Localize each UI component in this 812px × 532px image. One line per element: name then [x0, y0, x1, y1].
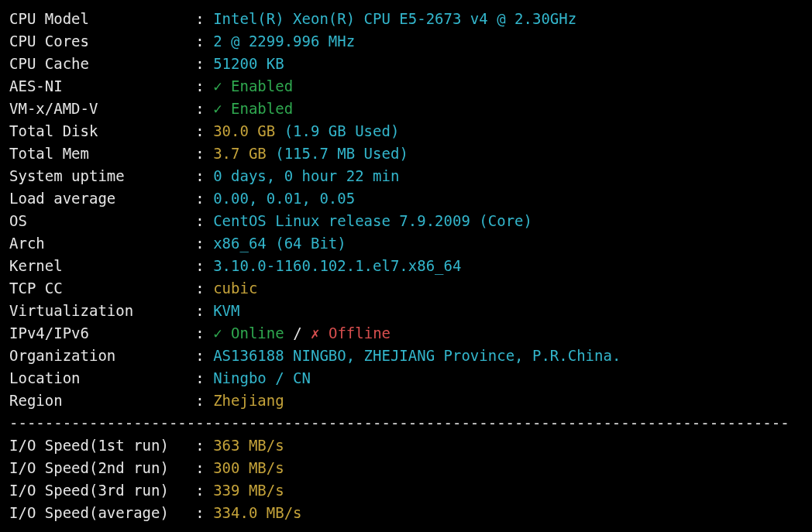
row-ioavg-value: 334.0 MB/s — [213, 504, 301, 521]
row-aesni-label: AES-NI — [9, 77, 63, 94]
row-io2-label: I/O Speed(2nd run) — [9, 459, 169, 476]
separator: : — [195, 33, 204, 50]
cross-icon: ✗ — [311, 324, 319, 342]
row-os-value: CentOS Linux release 7.9.2009 (Core) — [213, 212, 532, 229]
row-org-label: Organization — [9, 347, 115, 364]
row-mem-used: (115.7 MB Used) — [275, 145, 408, 162]
row-loadavg-value: 0.00, 0.01, 0.05 — [213, 190, 355, 207]
row-vmx-label: VM-x/AMD-V — [9, 100, 98, 117]
row-os-label: OS — [9, 212, 27, 229]
check-icon: ✓ — [213, 77, 222, 94]
row-io1-label: I/O Speed(1st run) — [9, 437, 169, 454]
row-vmx-value: Enabled — [231, 100, 293, 117]
row-region-label: Region — [9, 392, 63, 409]
separator: : — [195, 235, 204, 252]
row-cpu-cores-label: CPU Cores — [9, 33, 89, 50]
row-io3-label: I/O Speed(3rd run) — [9, 482, 169, 499]
separator: : — [195, 145, 204, 162]
row-ipv4-value: Online — [231, 324, 284, 342]
row-cpu-model-value: Intel(R) Xeon(R) CPU E5-2673 v4 @ 2.30GH… — [213, 10, 576, 27]
separator: : — [195, 280, 204, 297]
row-arch-label: Arch — [9, 235, 45, 252]
separator: : — [195, 437, 204, 454]
separator: : — [195, 10, 204, 27]
separator: : — [195, 504, 204, 521]
separator: : — [195, 482, 204, 499]
row-cpu-model-label: CPU Model — [9, 10, 89, 27]
row-kernel-value: 3.10.0-1160.102.1.el7.x86_64 — [213, 257, 461, 274]
row-cpu-cores-value: 2 @ 2299.996 MHz — [213, 33, 355, 50]
separator: : — [195, 77, 204, 94]
row-disk-value: 30.0 GB — [213, 122, 275, 139]
row-tcpcc-label: TCP CC — [9, 280, 63, 297]
separator: : — [195, 369, 204, 386]
separator: : — [195, 324, 204, 342]
row-loadavg-label: Load average — [9, 190, 115, 207]
separator: : — [195, 392, 204, 409]
terminal-output: CPU Model : Intel(R) Xeon(R) CPU E5-2673… — [0, 0, 812, 532]
separator: : — [195, 347, 204, 364]
row-disk-label: Total Disk — [9, 122, 98, 139]
row-loc-label: Location — [9, 369, 81, 386]
row-uptime-value: 0 days, 0 hour 22 min — [213, 167, 399, 184]
row-tcpcc-value: cubic — [213, 280, 257, 297]
row-io1-value: 363 MB/s — [213, 437, 284, 454]
row-virt-value: KVM — [213, 302, 239, 319]
separator: : — [195, 212, 204, 229]
separator: : — [195, 100, 204, 117]
check-icon: ✓ — [213, 100, 222, 117]
row-loc-value: Ningbo / CN — [213, 369, 311, 386]
row-virt-label: Virtualization — [9, 302, 133, 319]
row-io3-value: 339 MB/s — [213, 482, 284, 499]
row-mem-label: Total Mem — [9, 145, 89, 162]
separator: : — [195, 55, 204, 72]
separator: : — [195, 302, 204, 319]
row-kernel-label: Kernel — [9, 257, 63, 274]
separator: : — [195, 190, 204, 207]
check-icon: ✓ — [213, 324, 222, 342]
row-cpu-cache-value: 51200 KB — [213, 55, 284, 72]
row-mem-value: 3.7 GB — [213, 145, 267, 162]
row-uptime-label: System uptime — [9, 167, 125, 184]
separator: : — [195, 167, 204, 184]
row-io2-value: 300 MB/s — [213, 459, 284, 476]
row-ipv6-value: Offline — [329, 324, 391, 342]
row-aesni-value: Enabled — [231, 77, 293, 94]
row-region-value: Zhejiang — [213, 392, 284, 409]
divider-line: ----------------------------------------… — [9, 414, 790, 431]
row-cpu-cache-label: CPU Cache — [9, 55, 89, 72]
row-disk-used: (1.9 GB Used) — [284, 122, 400, 139]
separator: : — [195, 459, 204, 476]
row-ipv-sep: / — [293, 324, 301, 342]
separator: : — [195, 257, 204, 274]
row-ioavg-label: I/O Speed(average) — [9, 504, 169, 521]
row-org-value: AS136188 NINGBO, ZHEJIANG Province, P.R.… — [213, 347, 621, 364]
separator: : — [195, 122, 204, 139]
row-arch-value: x86_64 (64 Bit) — [213, 235, 346, 252]
row-ipv-label: IPv4/IPv6 — [9, 324, 89, 342]
